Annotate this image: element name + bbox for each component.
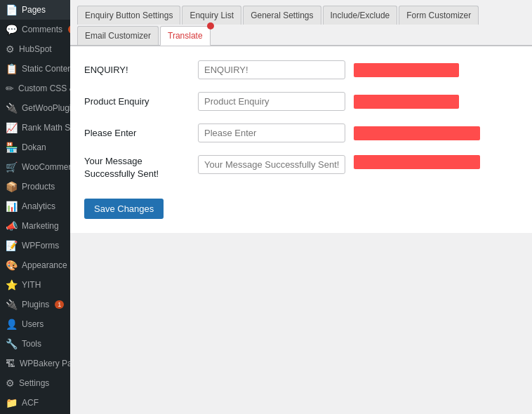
sidebar-item-products[interactable]: 📦 Products [0,177,70,196]
sidebar-item-label: Pages [22,5,46,15]
analytics-icon: 📊 [6,201,18,212]
plugins-badge: 1 [55,300,64,309]
sidebar-item-label: Users [22,319,44,329]
form-row-product-enquiry: Product Enquiry [84,92,518,111]
sidebar-item-label: Custom CSS & JS [18,84,70,93]
wpforms-icon: 📝 [6,240,18,251]
sidebar-item-users[interactable]: 👤 Users [0,314,70,334]
sidebar-item-yith[interactable]: ⭐ YITH [0,275,70,295]
custom-css-js-icon: ✏ [6,83,14,94]
translate-tab-wrapper: Translate [160,26,211,45]
your-message-label: Your Message Successfully Sent! [84,155,189,180]
tab-bar: Enquiry Button Settings Enquiry List Gen… [70,0,532,46]
rankmath-icon: 📈 [6,122,18,133]
sidebar-item-label: Appearance [22,260,67,270]
tab-email-customizer[interactable]: Email Customizer [77,26,159,45]
sidebar-item-label: Rank Math SEO [22,123,70,133]
your-message-input[interactable] [198,155,345,174]
sidebar-item-static-contents[interactable]: 📋 Static Contents [0,59,70,79]
comments-badge: 4 [68,25,70,34]
settings-icon: ⚙ [6,378,15,389]
sidebar-item-tools[interactable]: 🔧 Tools [0,334,70,354]
wpbakery-icon: 🏗 [6,358,15,369]
content-area: ENQUIRY! Product Enquiry Please Enter Yo… [70,46,532,233]
sidebar-item-comments[interactable]: 💬 Comments 4 [0,20,70,39]
sidebar-item-marketing[interactable]: 📣 Marketing [0,216,70,236]
sidebar-item-custom-css-js[interactable]: ✏ Custom CSS & JS [0,79,70,98]
sidebar-item-label: Comments [22,25,62,34]
tab-include-exclude[interactable]: Include/Exclude [323,6,398,25]
appearance-icon: 🎨 [6,260,18,271]
save-changes-button[interactable]: Save Changes [84,199,164,219]
main-content: Enquiry Button Settings Enquiry List Gen… [70,0,532,414]
translate-red-dot [207,22,214,29]
sidebar-item-label: HubSpot [19,44,52,54]
tab-enquiry-list[interactable]: Enquiry List [182,6,241,25]
sidebar-item-pages[interactable]: 📄 Pages [0,0,70,20]
comments-icon: 💬 [6,24,18,35]
product-enquiry-input[interactable] [198,92,345,111]
enquiry-redacted [354,63,459,77]
form-row-your-message: Your Message Successfully Sent! [84,155,518,180]
marketing-icon: 📣 [6,220,18,232]
sidebar-item-label: Products [22,182,55,192]
sidebar-item-label: Marketing [22,221,59,231]
static-contents-icon: 📋 [6,63,18,74]
sidebar-item-label: GetWooPlugins [22,103,70,113]
woocommerce-icon: 🛒 [6,161,18,173]
sidebar-item-analytics[interactable]: 📊 Analytics [0,196,70,216]
sidebar-item-label: Analytics [22,201,55,211]
form-row-please-enter: Please Enter [84,123,518,142]
sidebar-item-wpbakery[interactable]: 🏗 WPBakery Page Builder [0,354,70,373]
sidebar-item-plugins[interactable]: 🔌 Plugins 1 [0,295,70,314]
acf-icon: 📁 [6,397,18,408]
sidebar-item-wpforms[interactable]: 📝 WPForms [0,236,70,255]
enquiry-input[interactable] [198,60,345,79]
product-enquiry-label: Product Enquiry [84,96,189,107]
please-enter-redacted [354,126,480,140]
enquiry-label: ENQUIRY! [84,65,189,75]
tab-enquiry-button-settings[interactable]: Enquiry Button Settings [77,6,180,25]
sidebar-item-label: WooCommerce [22,162,70,172]
tab-general-settings[interactable]: General Settings [243,6,321,25]
sidebar-item-rankmath[interactable]: 📈 Rank Math SEO [0,118,70,138]
sidebar-item-label: Dokan [22,142,46,152]
sidebar-item-settings[interactable]: ⚙ Settings [0,373,70,393]
sidebar-item-dokan[interactable]: 🏪 Dokan [0,138,70,157]
please-enter-label: Please Enter [84,128,189,138]
sidebar-item-label: Static Contents [22,64,70,74]
sidebar-item-label: ACF [22,398,39,408]
sidebar-item-label: Settings [19,378,49,388]
form-row-enquiry: ENQUIRY! [84,60,518,79]
products-icon: 📦 [6,181,18,192]
sidebar-item-label: Tools [22,339,41,349]
getwoo-icon: 🔌 [6,102,18,114]
tab-form-customizer[interactable]: Form Customizer [399,6,479,25]
product-enquiry-redacted [354,95,459,109]
sidebar-item-label: Plugins [22,300,49,309]
plugins-icon: 🔌 [6,299,18,310]
sidebar-item-acf[interactable]: 📁 ACF [0,393,70,413]
sidebar-item-hubspot[interactable]: ⚙ HubSpot [0,39,70,59]
pages-icon: 📄 [6,4,18,15]
hubspot-icon: ⚙ [6,44,15,55]
sidebar-item-woocommerce[interactable]: 🛒 WooCommerce [0,157,70,177]
sidebar: 📄 Pages 💬 Comments 4 ⚙ HubSpot 📋 Static … [0,0,70,414]
tab-translate[interactable]: Translate [160,26,211,46]
sidebar-item-label: WPForms [22,241,59,251]
please-enter-input[interactable] [198,123,345,142]
yith-icon: ⭐ [6,279,18,291]
your-message-redacted [354,155,480,169]
sidebar-item-appearance[interactable]: 🎨 Appearance [0,255,70,275]
sidebar-item-label: YITH [22,280,41,290]
tools-icon: 🔧 [6,338,18,349]
users-icon: 👤 [6,319,18,330]
sidebar-item-label: WPBakery Page Builder [20,359,70,368]
dokan-icon: 🏪 [6,142,18,153]
sidebar-item-getwoo[interactable]: 🔌 GetWooPlugins [0,98,70,118]
